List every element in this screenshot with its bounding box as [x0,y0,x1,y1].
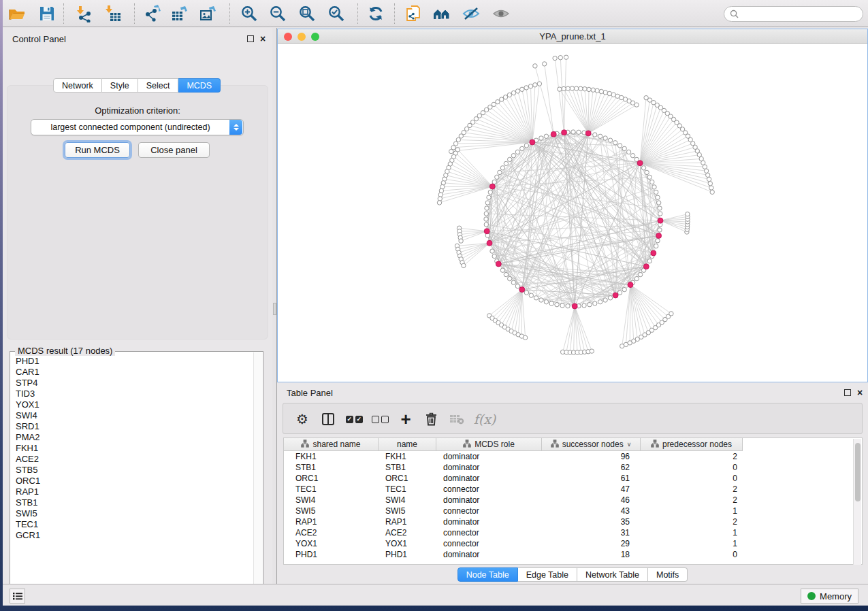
graph-node[interactable] [515,284,519,288]
graph-leaf-node[interactable] [533,83,537,87]
graph-node[interactable] [603,298,607,302]
mcds-hub-node[interactable] [628,282,633,288]
export-network-icon[interactable] [144,5,161,22]
graph-node[interactable] [656,239,660,243]
table-row-SWI5[interactable]: SWI5SWI5connector431 [284,506,743,516]
graph-node[interactable] [658,212,662,216]
graph-node[interactable] [603,136,607,140]
mcds-hub-node[interactable] [658,218,663,223]
mcds-result-item[interactable]: STP4 [16,378,40,389]
graph-node[interactable] [495,175,499,179]
column-header-shared-name[interactable]: shared name [284,438,379,451]
mcds-hub-node[interactable] [484,229,489,234]
search-input[interactable] [742,10,851,19]
graph-node[interactable] [508,157,512,161]
graph-node[interactable] [520,146,524,150]
graph-leaf-node[interactable] [451,146,455,150]
zoom-out-icon[interactable] [269,5,287,22]
table-row-STB1[interactable]: STB1STB1dominator620 [284,462,743,473]
show-columns-icon[interactable] [319,410,338,429]
graph-leaf-node[interactable] [511,90,515,95]
graph-node[interactable] [571,130,575,134]
zoom-fit-icon[interactable] [298,5,316,22]
table-row-SWI4[interactable]: SWI4SWI4dominator462 [284,495,743,506]
graph-leaf-node[interactable] [459,239,463,243]
graph-leaf-node[interactable] [566,86,570,90]
mcds-hub-node[interactable] [643,264,649,269]
graph-node[interactable] [529,293,533,297]
graph-node[interactable] [658,228,662,232]
table-row-RAP1[interactable]: RAP1RAP1dominator352 [284,516,743,527]
graph-leaf-node[interactable] [669,312,673,316]
import-table-icon[interactable] [104,5,122,22]
graph-node[interactable] [626,150,630,154]
mcds-result-item[interactable]: PHD1 [16,356,40,367]
graph-node[interactable] [582,303,586,308]
graph-node[interactable] [566,304,570,308]
mcds-hub-node[interactable] [551,131,556,137]
graph-node[interactable] [622,146,626,150]
graph-node[interactable] [539,298,543,302]
table-row-ORC1[interactable]: ORC1ORC1dominator610 [284,473,743,484]
graph-leaf-node[interactable] [459,134,463,138]
graph-leaf-node[interactable] [456,137,460,142]
tab-network-table[interactable]: Network Table [577,567,648,582]
tab-edge-table[interactable]: Edge Table [518,567,577,582]
graph-node[interactable] [634,276,639,280]
graph-leaf-node[interactable] [440,184,445,188]
mcds-result-item[interactable]: STB5 [16,465,40,476]
column-header-name[interactable]: name [379,438,436,451]
graph-node[interactable] [593,133,597,137]
graph-node[interactable] [654,244,658,248]
graph-node[interactable] [544,300,548,304]
show-all-icon[interactable] [492,5,510,22]
graph-leaf-node[interactable] [438,193,443,197]
graph-leaf-node[interactable] [524,86,528,90]
mcds-result-item[interactable]: ACE2 [16,454,40,465]
graph-leaf-node[interactable] [449,149,453,153]
graph-node[interactable] [544,134,548,138]
graph-leaf-node[interactable] [570,86,574,90]
graph-leaf-node[interactable] [507,93,511,97]
graph-leaf-node[interactable] [579,86,583,90]
graph-node[interactable] [498,170,502,174]
float-table-panel-icon[interactable] [844,389,851,396]
mcds-result-item[interactable]: GCR1 [16,530,40,541]
table-scrollbar[interactable] [853,439,861,565]
graph-node[interactable] [485,206,489,210]
mcds-result-item[interactable]: RAP1 [16,486,40,497]
mcds-result-item[interactable]: PMA2 [16,432,40,443]
graph-node[interactable] [524,291,528,295]
tab-motifs[interactable]: Motifs [648,567,688,582]
export-image-icon[interactable] [199,5,217,22]
search-box[interactable] [724,6,863,22]
graph-leaf-node[interactable] [533,64,537,68]
graph-node[interactable] [641,166,645,170]
graph-node[interactable] [484,212,488,216]
mcds-result-item[interactable]: STB1 [16,497,40,508]
graph-node[interactable] [617,144,622,148]
refresh-icon[interactable] [367,5,385,22]
column-header-successor-nodes[interactable]: successor nodes∨ [542,438,641,451]
save-session-icon[interactable] [38,5,56,22]
graph-leaf-node[interactable] [611,93,615,97]
graph-node[interactable] [647,175,652,179]
graph-node[interactable] [508,276,512,280]
mcds-hub-node[interactable] [562,130,567,135]
graph-node[interactable] [593,301,597,306]
column-header-MCDS-role[interactable]: MCDS role [436,438,542,451]
graph-leaf-node[interactable] [438,197,442,201]
graph-leaf-node[interactable] [587,87,591,91]
graph-leaf-node[interactable] [537,82,541,86]
panel-menu-button[interactable] [10,589,25,604]
graph-node[interactable] [638,272,642,276]
graph-leaf-node[interactable] [523,335,527,340]
mcds-hub-node[interactable] [487,240,492,246]
graph-node[interactable] [654,190,658,194]
graph-leaf-node[interactable] [595,88,599,93]
graph-leaf-node[interactable] [558,87,562,91]
graph-node[interactable] [500,268,504,272]
graph-leaf-node[interactable] [603,90,607,95]
mcds-hub-node[interactable] [613,293,618,298]
graph-node[interactable] [511,280,515,284]
